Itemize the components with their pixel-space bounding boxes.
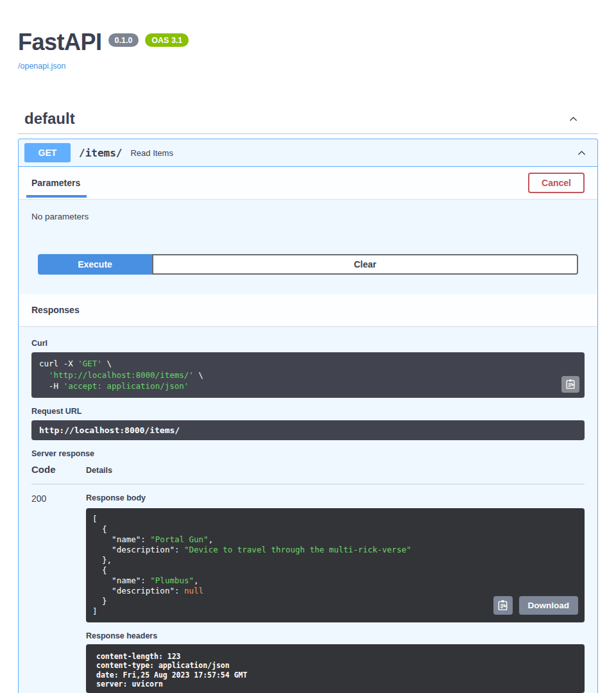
copy-curl-button[interactable]	[561, 376, 579, 393]
request-url-label: Request URL	[31, 407, 585, 416]
api-title: FastAPI	[18, 30, 102, 55]
operation-summary[interactable]: GET /items/ Read Items	[19, 139, 597, 167]
curl-command-block: curl -X 'GET' \ 'http://localhost:8000/i…	[31, 352, 585, 398]
operation-get-items: GET /items/ Read Items Parameters Cancel…	[18, 139, 598, 693]
operation-summary-text: Read Items	[130, 148, 575, 158]
tag-name: default	[24, 110, 75, 128]
api-title-row: FastAPI 0.1.0 OAS 3.1	[18, 30, 598, 55]
server-response-label: Server response	[31, 449, 585, 459]
server-response-table: Code Details 200 Response body [ { "name…	[31, 464, 585, 693]
active-tab-indicator	[26, 195, 87, 198]
details-column-header: Details	[86, 466, 112, 475]
http-method-badge: GET	[24, 143, 71, 162]
server-response-table-head: Code Details	[31, 464, 585, 484]
tab-parameters[interactable]: Parameters	[31, 167, 80, 199]
api-version-badge: 0.1.0	[108, 33, 139, 47]
request-url-value: http://localhost:8000/items/	[31, 420, 585, 440]
responses-body: Curl curl -X 'GET' \ 'http://localhost:8…	[19, 326, 597, 693]
openapi-spec-link[interactable]: /openapi.json	[18, 62, 65, 71]
operation-path: /items/	[79, 147, 122, 159]
copy-response-button[interactable]	[493, 596, 513, 615]
status-code: 200	[31, 493, 86, 693]
execute-button-group: Execute Clear	[19, 236, 597, 294]
parameters-tab-label: Parameters	[31, 178, 80, 188]
response-body-actions: Download	[493, 596, 579, 615]
response-body-label: Response body	[86, 493, 585, 503]
code-column-header: Code	[31, 464, 86, 475]
parameters-section-header: Parameters Cancel	[19, 167, 597, 199]
swagger-ui-page: FastAPI 0.1.0 OAS 3.1 /openapi.json defa…	[0, 0, 616, 693]
cancel-button[interactable]: Cancel	[528, 173, 585, 193]
download-button[interactable]: Download	[519, 596, 579, 615]
response-headers-block: content-length: 123content-type: applica…	[86, 644, 585, 693]
tag-section-default[interactable]: default	[18, 110, 598, 134]
responses-header-label: Responses	[31, 305, 80, 315]
oas-version-badge: OAS 3.1	[145, 33, 189, 47]
api-info-header: FastAPI 0.1.0 OAS 3.1 /openapi.json	[18, 0, 598, 71]
response-headers-label: Response headers	[86, 631, 585, 641]
chevron-up-icon[interactable]	[568, 114, 579, 124]
curl-command-text: curl -X 'GET' \ 'http://localhost:8000/i…	[39, 358, 577, 392]
clipboard-icon	[498, 600, 508, 610]
clipboard-icon	[566, 379, 575, 389]
no-parameters-text: No parameters	[19, 199, 597, 236]
response-details: Response body [ { "name": "Portal Gun", …	[86, 493, 585, 693]
execute-button[interactable]: Execute	[38, 254, 152, 275]
response-body-block: [ { "name": "Portal Gun", "description":…	[86, 508, 585, 622]
response-headers-text: content-length: 123content-type: applica…	[96, 652, 574, 689]
curl-label: Curl	[31, 339, 585, 348]
responses-section-header: Responses	[19, 294, 597, 326]
clear-button[interactable]: Clear	[152, 254, 578, 275]
server-response-row: 200 Response body [ { "name": "Portal Gu…	[31, 484, 585, 693]
collapse-operation-button[interactable]	[575, 146, 588, 160]
